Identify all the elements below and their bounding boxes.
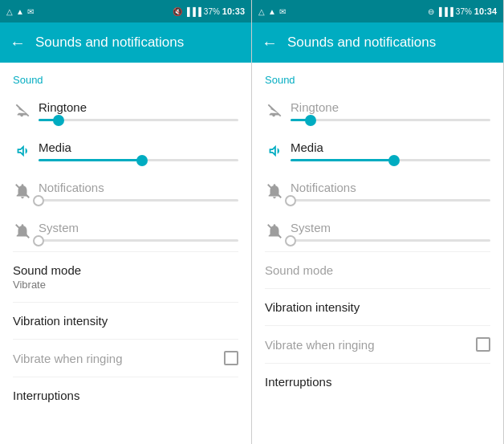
sound-mode-subtitle: Vibrate: [13, 279, 238, 291]
sound-item-notifications[interactable]: Notifications: [252, 171, 503, 211]
status-bar: △ ▲ ✉ 🔇 ▐▐▐ 37% 10:33: [0, 0, 251, 22]
vibration-intensity-label: Vibration intensity: [265, 300, 490, 314]
media-slider[interactable]: [291, 159, 490, 161]
menu-item-sound-mode[interactable]: Sound modeVibrate: [0, 252, 251, 302]
toolbar: ← Sounds and notifications: [252, 22, 503, 63]
media-label: Media: [291, 141, 490, 154]
sound-mode-label: Sound mode: [13, 263, 238, 277]
sound-item-media[interactable]: Media: [0, 131, 251, 171]
system-label: System: [291, 221, 490, 234]
status-signal-icon: ▐▐▐: [437, 7, 453, 16]
vibration-intensity-label: Vibration intensity: [13, 314, 238, 328]
notifications-slider[interactable]: [291, 199, 490, 202]
status-signal-icon: ▐▐▐: [185, 7, 201, 16]
status-right-icons: ⊖ ▐▐▐ 37% 10:34: [428, 6, 497, 16]
notifications-icon: [262, 182, 287, 200]
ringtone-content: Ringtone: [291, 100, 490, 121]
vibrate-when-ringing-checkbox[interactable]: [476, 337, 490, 352]
section-header-sound: Sound: [252, 63, 503, 91]
sound-item-media[interactable]: Media: [252, 131, 503, 171]
ringtone-icon: [10, 102, 35, 120]
status-left-icons: △ ▲ ✉: [258, 7, 286, 16]
status-time: 10:33: [222, 6, 245, 16]
status-mute-icon: ⊖: [428, 7, 434, 16]
sound-mode-label: Sound mode: [265, 263, 490, 277]
status-bar: △ ▲ ✉ ⊖ ▐▐▐ 37% 10:34: [252, 0, 503, 22]
toolbar: ← Sounds and notifications: [0, 22, 251, 63]
menu-item-vibrate-when-ringing[interactable]: Vibrate when ringing: [252, 326, 503, 363]
vibrate-when-ringing-label: Vibrate when ringing: [265, 338, 374, 352]
ringtone-icon: [262, 102, 287, 120]
notifications-content: Notifications: [39, 181, 238, 202]
system-slider[interactable]: [39, 239, 238, 242]
status-mail-icon: ✉: [27, 7, 34, 16]
panel-right: △ ▲ ✉ ⊖ ▐▐▐ 37% 10:34 ← Sounds and notif…: [252, 0, 504, 444]
menu-item-vibration-intensity[interactable]: Vibration intensity: [0, 303, 251, 339]
media-content: Media: [291, 141, 490, 161]
notifications-label: Notifications: [291, 181, 490, 194]
sound-item-system[interactable]: System: [0, 211, 251, 251]
ringtone-slider[interactable]: [39, 119, 238, 121]
toolbar-title: Sounds and notifications: [35, 35, 184, 51]
status-battery-icon: 37%: [456, 7, 472, 16]
back-button[interactable]: ←: [10, 34, 26, 52]
status-alert-icon: ▲: [268, 7, 276, 16]
status-triangle-icon: △: [6, 7, 13, 16]
system-content: System: [291, 221, 490, 242]
notifications-slider[interactable]: [39, 199, 238, 202]
interruptions-label: Interruptions: [265, 375, 490, 389]
system-content: System: [39, 221, 238, 242]
media-slider[interactable]: [39, 159, 238, 161]
notifications-label: Notifications: [39, 181, 238, 194]
sound-item-ringtone[interactable]: Ringtone: [0, 91, 251, 131]
ringtone-label: Ringtone: [39, 100, 238, 114]
media-icon: [262, 142, 287, 160]
system-icon: [10, 222, 35, 240]
notifications-content: Notifications: [291, 181, 490, 202]
notifications-icon: [10, 182, 35, 200]
ringtone-label: Ringtone: [291, 100, 490, 114]
vibrate-when-ringing-checkbox[interactable]: [224, 351, 238, 365]
media-label: Media: [39, 141, 238, 154]
menu-item-interruptions[interactable]: Interruptions: [252, 364, 503, 400]
status-triangle-icon: △: [258, 7, 265, 16]
status-time: 10:34: [474, 6, 497, 16]
content-area: Sound Ringtone Media: [252, 63, 503, 444]
menu-item-interruptions[interactable]: Interruptions: [0, 377, 251, 413]
menu-item-sound-mode[interactable]: Sound mode: [252, 252, 503, 288]
panel-left: △ ▲ ✉ 🔇 ▐▐▐ 37% 10:33 ← Sounds and notif…: [0, 0, 252, 444]
media-content: Media: [39, 141, 238, 161]
status-left-icons: △ ▲ ✉: [6, 7, 34, 16]
section-header-sound: Sound: [0, 63, 251, 91]
status-mail-icon: ✉: [279, 7, 286, 16]
sound-item-system[interactable]: System: [252, 211, 503, 251]
sound-item-ringtone[interactable]: Ringtone: [252, 91, 503, 131]
menu-item-vibrate-when-ringing[interactable]: Vibrate when ringing: [0, 340, 251, 377]
interruptions-label: Interruptions: [13, 389, 238, 402]
system-icon: [262, 222, 287, 240]
status-mute-icon: 🔇: [173, 7, 182, 16]
vibrate-when-ringing-label: Vibrate when ringing: [13, 352, 122, 365]
content-area: Sound Ringtone Media: [0, 63, 251, 444]
status-alert-icon: ▲: [16, 7, 24, 16]
ringtone-slider[interactable]: [291, 119, 490, 121]
back-button[interactable]: ←: [262, 34, 278, 52]
sound-item-notifications[interactable]: Notifications: [0, 171, 251, 211]
ringtone-content: Ringtone: [39, 100, 238, 121]
media-icon: [10, 142, 35, 160]
menu-item-vibration-intensity[interactable]: Vibration intensity: [252, 289, 503, 325]
system-label: System: [39, 221, 238, 234]
status-right-icons: 🔇 ▐▐▐ 37% 10:33: [173, 6, 245, 16]
toolbar-title: Sounds and notifications: [287, 35, 436, 51]
status-battery-icon: 37%: [204, 7, 220, 16]
system-slider[interactable]: [291, 239, 490, 242]
